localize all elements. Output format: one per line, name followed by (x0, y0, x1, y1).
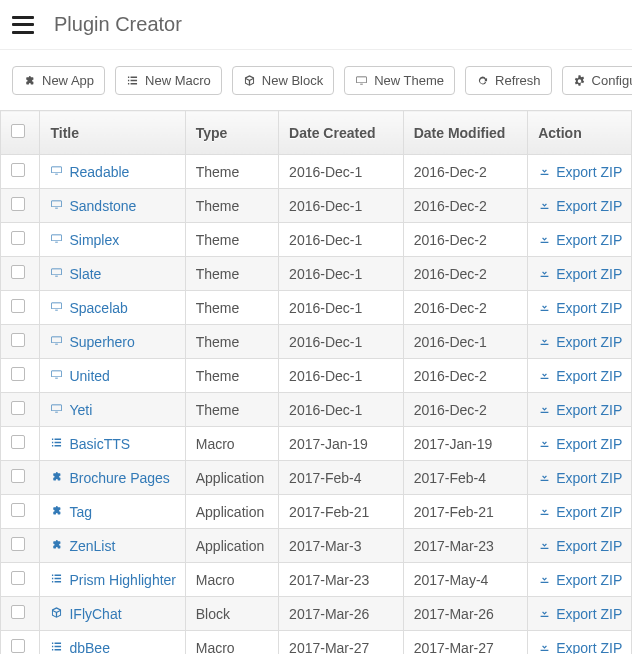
plugin-type: Theme (185, 223, 278, 257)
menu-toggle-button[interactable] (12, 16, 34, 34)
export-zip-link[interactable]: Export ZIP (538, 402, 622, 418)
row-checkbox[interactable] (11, 571, 25, 585)
hamburger-bar (12, 31, 34, 34)
monitor-icon (50, 334, 63, 350)
plugin-modified: 2017-Mar-26 (403, 597, 528, 631)
export-zip-link[interactable]: Export ZIP (538, 436, 622, 452)
plugin-modified: 2017-Mar-27 (403, 631, 528, 655)
row-checkbox[interactable] (11, 197, 25, 211)
export-label: Export ZIP (556, 640, 622, 655)
list-icon (50, 436, 63, 452)
column-header-type[interactable]: Type (185, 111, 278, 155)
export-label: Export ZIP (556, 572, 622, 588)
new-block-button[interactable]: New Block (232, 66, 334, 95)
row-checkbox[interactable] (11, 333, 25, 347)
row-checkbox[interactable] (11, 163, 25, 177)
page-title: Plugin Creator (54, 13, 182, 36)
export-label: Export ZIP (556, 232, 622, 248)
row-checkbox[interactable] (11, 367, 25, 381)
new-theme-button[interactable]: New Theme (344, 66, 455, 95)
table-row: SimplexTheme2016-Dec-12016-Dec-2Export Z… (1, 223, 632, 257)
export-zip-link[interactable]: Export ZIP (538, 300, 622, 316)
plugin-type: Theme (185, 291, 278, 325)
list-icon (50, 572, 63, 588)
plugin-title-link[interactable]: Prism Highlighter (50, 572, 176, 588)
plugin-title-link[interactable]: Tag (50, 504, 92, 520)
row-checkbox[interactable] (11, 265, 25, 279)
hamburger-bar (12, 16, 34, 19)
export-label: Export ZIP (556, 606, 622, 622)
export-zip-link[interactable]: Export ZIP (538, 266, 622, 282)
plugin-modified: 2016-Dec-2 (403, 257, 528, 291)
table-row: BasicTTSMacro2017-Jan-192017-Jan-19Expor… (1, 427, 632, 461)
plugin-title-link[interactable]: dbBee (50, 640, 109, 655)
refresh-button[interactable]: Refresh (465, 66, 552, 95)
monitor-icon (50, 300, 63, 316)
export-zip-link[interactable]: Export ZIP (538, 606, 622, 622)
column-header-action[interactable]: Action (528, 111, 632, 155)
table-row: TagApplication2017-Feb-212017-Feb-21Expo… (1, 495, 632, 529)
row-checkbox[interactable] (11, 299, 25, 313)
plugin-title-link[interactable]: Readable (50, 164, 129, 180)
export-zip-link[interactable]: Export ZIP (538, 164, 622, 180)
column-header-created[interactable]: Date Created (279, 111, 404, 155)
column-header-title[interactable]: Title (40, 111, 185, 155)
row-checkbox[interactable] (11, 469, 25, 483)
plugin-title-link[interactable]: United (50, 368, 109, 384)
plugin-title-link[interactable]: BasicTTS (50, 436, 130, 452)
plugin-created: 2016-Dec-1 (279, 325, 404, 359)
plugin-title-link[interactable]: Slate (50, 266, 101, 282)
plugin-modified: 2016-Dec-2 (403, 291, 528, 325)
plugin-title-link[interactable]: Superhero (50, 334, 134, 350)
plugin-created: 2017-Jan-19 (279, 427, 404, 461)
button-label: New Macro (145, 73, 211, 88)
monitor-icon (50, 368, 63, 384)
export-zip-link[interactable]: Export ZIP (538, 198, 622, 214)
export-zip-link[interactable]: Export ZIP (538, 572, 622, 588)
download-icon (538, 334, 551, 350)
button-label: Refresh (495, 73, 541, 88)
button-label: New Block (262, 73, 323, 88)
table-row: Prism HighlighterMacro2017-Mar-232017-Ma… (1, 563, 632, 597)
plugin-title-link[interactable]: IFlyChat (50, 606, 121, 622)
column-header-modified[interactable]: Date Modified (403, 111, 528, 155)
row-checkbox[interactable] (11, 401, 25, 415)
plugin-title-link[interactable]: ZenList (50, 538, 115, 554)
export-zip-link[interactable]: Export ZIP (538, 232, 622, 248)
plugin-title-link[interactable]: Yeti (50, 402, 92, 418)
plugin-title-link[interactable]: Spacelab (50, 300, 127, 316)
plugin-title-link[interactable]: Sandstone (50, 198, 136, 214)
export-zip-link[interactable]: Export ZIP (538, 334, 622, 350)
plugin-created: 2017-Mar-23 (279, 563, 404, 597)
row-checkbox[interactable] (11, 639, 25, 653)
new-macro-button[interactable]: New Macro (115, 66, 222, 95)
export-zip-link[interactable]: Export ZIP (538, 470, 622, 486)
row-checkbox[interactable] (11, 231, 25, 245)
button-label: New App (42, 73, 94, 88)
row-checkbox[interactable] (11, 435, 25, 449)
plugin-modified: 2016-Dec-2 (403, 393, 528, 427)
export-label: Export ZIP (556, 300, 622, 316)
row-checkbox[interactable] (11, 537, 25, 551)
plugin-modified: 2017-Jan-19 (403, 427, 528, 461)
export-zip-link[interactable]: Export ZIP (538, 504, 622, 520)
monitor-icon (50, 232, 63, 248)
plugin-title-link[interactable]: Brochure Pages (50, 470, 169, 486)
download-icon (538, 232, 551, 248)
plugin-title-text: Tag (69, 504, 92, 520)
hamburger-bar (12, 23, 34, 26)
table-row: SlateTheme2016-Dec-12016-Dec-2Export ZIP (1, 257, 632, 291)
row-checkbox[interactable] (11, 605, 25, 619)
export-zip-link[interactable]: Export ZIP (538, 368, 622, 384)
plugin-title-text: IFlyChat (69, 606, 121, 622)
export-zip-link[interactable]: Export ZIP (538, 538, 622, 554)
plugin-created: 2016-Dec-1 (279, 291, 404, 325)
configure-button[interactable]: Configure (562, 66, 632, 95)
plugin-title-link[interactable]: Simplex (50, 232, 119, 248)
select-all-checkbox[interactable] (11, 124, 25, 138)
gear-icon (573, 74, 586, 87)
export-zip-link[interactable]: Export ZIP (538, 640, 622, 655)
download-icon (538, 538, 551, 554)
new-app-button[interactable]: New App (12, 66, 105, 95)
row-checkbox[interactable] (11, 503, 25, 517)
